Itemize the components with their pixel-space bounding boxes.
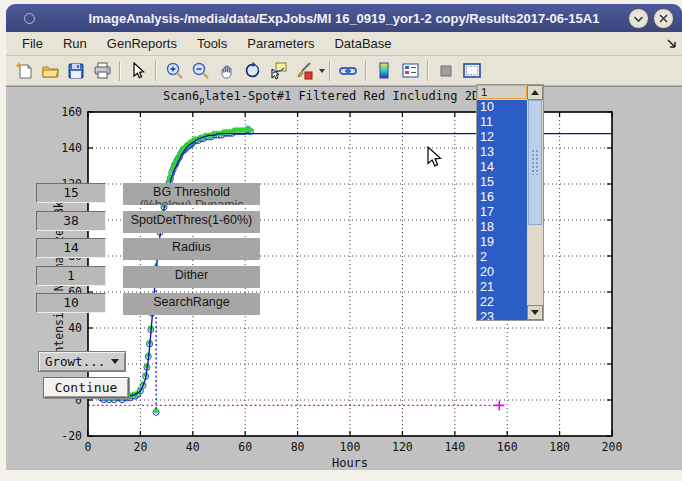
parameter-label: SpotDetThres(1-60%) xyxy=(123,211,260,233)
edit-plot-button[interactable] xyxy=(126,59,150,83)
scrollbar-track[interactable] xyxy=(527,225,543,305)
parameter-row: 10 SearchRange xyxy=(0,293,300,315)
shade-button[interactable] xyxy=(628,8,649,29)
growth-menu-button[interactable]: Growt... xyxy=(38,351,126,372)
parameter-input[interactable]: 10 xyxy=(36,293,106,313)
listbox-item[interactable]: 20 xyxy=(477,265,527,280)
save-button[interactable] xyxy=(64,59,88,83)
link-icon xyxy=(338,62,358,80)
new-file-icon xyxy=(15,62,33,80)
toolbar-separator xyxy=(119,61,121,81)
brush-button[interactable] xyxy=(292,59,316,83)
zoom-out-icon xyxy=(191,61,210,80)
link-plot-button[interactable] xyxy=(336,59,360,83)
parameter-row: 14 Radius xyxy=(0,238,300,260)
zoom-in-button[interactable] xyxy=(162,59,186,83)
parameter-input[interactable]: 15 xyxy=(36,183,106,203)
titlebar: ImageAnalysis-/media/data/ExpJobs/MI 16_… xyxy=(6,4,682,32)
plot-title-pre: Scan6 xyxy=(163,89,199,103)
listbox-item[interactable]: 21 xyxy=(477,280,527,295)
parameter-row: 38 SpotDetThres(1-60%) xyxy=(0,211,300,233)
scrollbar-thumb[interactable] xyxy=(528,100,542,225)
parameter-input[interactable]: 1 xyxy=(36,266,106,286)
print-button[interactable] xyxy=(90,59,114,83)
rotate-3d-button[interactable] xyxy=(240,59,264,83)
parameter-label: Radius xyxy=(123,238,260,260)
parameter-label-text: Radius xyxy=(172,240,211,254)
listbox-item[interactable]: 23 xyxy=(477,310,527,320)
colorbar-icon xyxy=(376,61,392,80)
listbox-item[interactable]: 22 xyxy=(477,295,527,310)
menu-item[interactable]: File xyxy=(12,33,53,54)
show-plot-tools-icon xyxy=(462,62,482,79)
menu-item[interactable]: Tools xyxy=(187,33,237,54)
scroll-down-button[interactable] xyxy=(527,305,543,320)
chevron-down-icon xyxy=(633,15,644,23)
listbox-item[interactable]: 16 xyxy=(477,190,527,205)
scroll-up-icon xyxy=(531,90,539,95)
brush-dropdown-icon[interactable] xyxy=(319,69,325,73)
parameter-label: SearchRange xyxy=(123,293,260,315)
menu-overflow-icon[interactable] xyxy=(667,39,677,49)
new-file-button[interactable] xyxy=(12,59,36,83)
menu-item[interactable]: Run xyxy=(53,33,97,54)
rotate-icon xyxy=(243,61,262,80)
listbox-item[interactable]: 13 xyxy=(477,145,527,160)
parameter-input[interactable]: 38 xyxy=(36,211,106,231)
menu-item[interactable]: Parameters xyxy=(237,33,324,54)
show-plot-tools-button[interactable] xyxy=(460,59,484,83)
datatip-icon xyxy=(269,61,288,80)
parameter-label: BG Threshold (%below) Dynamic xyxy=(123,183,260,205)
zoom-out-button[interactable] xyxy=(188,59,212,83)
zoom-in-icon xyxy=(165,61,184,80)
open-folder-icon xyxy=(41,61,60,80)
hand-icon xyxy=(217,61,236,80)
listbox-item[interactable]: 2 xyxy=(477,250,527,265)
toolbar-separator xyxy=(155,61,157,81)
listbox-item[interactable]: 15 xyxy=(477,175,527,190)
parameter-row: 15 BG Threshold (%below) Dynamic xyxy=(0,183,300,205)
insert-legend-button[interactable] xyxy=(398,59,422,83)
parameter-label-text: SpotDetThres(1-60%) xyxy=(131,213,253,227)
scroll-up-button[interactable] xyxy=(527,85,543,100)
listbox-item[interactable]: 11 xyxy=(477,115,527,130)
printer-icon xyxy=(93,61,112,80)
screenshot-root: { "window": { "title": "ImageAnalysis-/m… xyxy=(0,0,682,481)
parameter-input[interactable]: 14 xyxy=(36,238,106,258)
parameter-label-text: Dither xyxy=(175,268,208,282)
listbox-item[interactable]: 17 xyxy=(477,205,527,220)
figure-toolbar xyxy=(6,56,682,86)
legend-icon xyxy=(401,62,420,79)
scrollbar-grip-icon xyxy=(531,149,540,175)
pan-button[interactable] xyxy=(214,59,238,83)
insert-colorbar-button[interactable] xyxy=(372,59,396,83)
toolbar-separator xyxy=(427,61,429,81)
menu-item[interactable]: DataBase xyxy=(324,33,401,54)
menubar: File Run GenReports Tools Parameters Dat… xyxy=(6,32,682,56)
data-cursor-button[interactable] xyxy=(266,59,290,83)
listbox-item[interactable]: 14 xyxy=(477,160,527,175)
listbox-current-value[interactable]: 1 xyxy=(477,85,527,99)
arrow-cursor-icon xyxy=(130,62,146,80)
menu-item[interactable]: GenReports xyxy=(97,33,187,54)
close-icon xyxy=(659,14,668,23)
parameter-label: Dither xyxy=(123,266,260,288)
brush-icon xyxy=(295,61,314,80)
parameter-label-clipped-text: (%below) Dynamic xyxy=(123,199,260,205)
listbox-scrollbar xyxy=(527,85,543,320)
dropdown-arrow-icon xyxy=(111,359,119,364)
listbox-item[interactable]: 19 xyxy=(477,235,527,250)
hide-plot-tools-button[interactable] xyxy=(434,59,458,83)
window-title: ImageAnalysis-/media/data/ExpJobs/MI 16_… xyxy=(6,11,682,26)
save-floppy-icon xyxy=(67,62,85,80)
close-button[interactable] xyxy=(653,8,674,29)
listbox-item[interactable]: 10 xyxy=(477,100,527,115)
open-file-button[interactable] xyxy=(38,59,62,83)
hide-plot-tools-icon xyxy=(438,63,454,79)
listbox-item[interactable]: 12 xyxy=(477,130,527,145)
continue-button[interactable]: Continue xyxy=(43,377,129,398)
window-icon xyxy=(24,13,35,24)
parameter-row: 1 Dither xyxy=(0,266,300,288)
listbox-item[interactable]: 18 xyxy=(477,220,527,235)
toolbar-separator xyxy=(365,61,367,81)
